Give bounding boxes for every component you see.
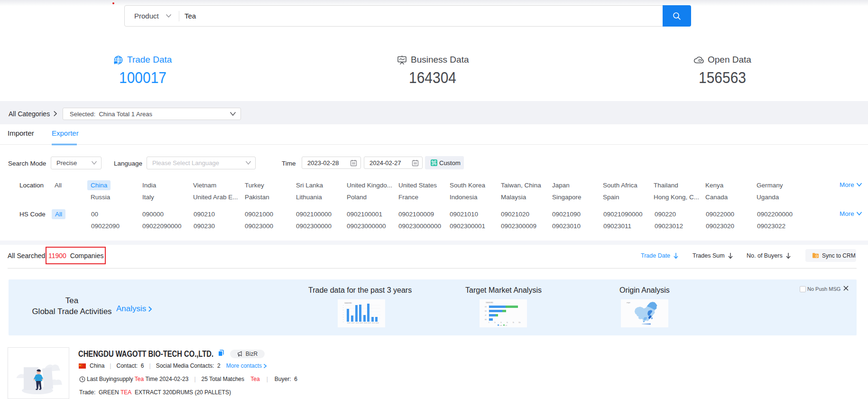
svg-text:6k: 6k	[507, 322, 508, 324]
svg-text:1000/USD: 1000/USD	[486, 302, 493, 304]
svg-text:10k: 10k	[518, 322, 521, 324]
svg-text:22-03: 22-03	[347, 322, 351, 324]
svg-text:4k: 4k	[500, 322, 502, 324]
svg-text:KR: KR	[485, 319, 487, 321]
svg-text:cnt: cnt	[506, 325, 508, 326]
svg-text:1: 1	[343, 319, 344, 320]
svg-text:7: 7	[343, 305, 344, 306]
svg-text:origin: origin	[627, 302, 630, 304]
svg-text:8k: 8k	[513, 322, 514, 324]
svg-text:0: 0	[489, 322, 489, 324]
svg-text:24-02: 24-02	[376, 322, 379, 324]
svg-text:23-09: 23-09	[368, 322, 371, 324]
svg-text:2k: 2k	[494, 322, 496, 324]
svg-text:22-07: 22-07	[351, 322, 355, 324]
svg-text:sum: sum	[500, 325, 502, 326]
svg-text:22-11: 22-11	[356, 322, 359, 324]
svg-text:6: 6	[343, 307, 344, 308]
svg-text:DE: DE	[485, 310, 487, 312]
svg-text:US: US	[485, 306, 487, 308]
svg-text:23-06: 23-06	[364, 322, 367, 324]
svg-text:0: 0	[343, 321, 344, 323]
svg-text:5: 5	[343, 309, 344, 311]
svg-text:23-03: 23-03	[360, 322, 363, 324]
svg-text:1000/USD: 1000/USD	[344, 302, 352, 304]
svg-text:3: 3	[343, 314, 344, 315]
svg-text:JP: JP	[485, 315, 486, 316]
svg-text:4: 4	[343, 312, 344, 313]
svg-text:23-12: 23-12	[372, 322, 375, 324]
svg-text:2: 2	[343, 316, 344, 318]
